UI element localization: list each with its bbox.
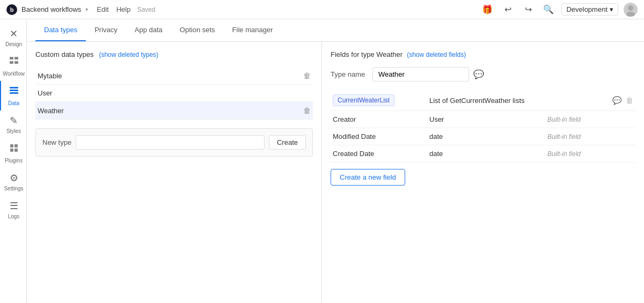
tab-data-types[interactable]: Data types xyxy=(35,19,86,41)
field-badge-modified-date: Built-in field xyxy=(547,133,581,141)
field-name-modified-date: Modified Date xyxy=(333,132,429,141)
settings-icon: ⚙ xyxy=(10,172,18,184)
field-type-creator: User xyxy=(429,115,547,123)
custom-types-title: Custom data types xyxy=(35,50,93,58)
fields-header: Fields for type Weather (show deleted fi… xyxy=(331,50,635,58)
field-badge-creator: Built-in field xyxy=(547,116,581,123)
tab-option-sets[interactable]: Option sets xyxy=(171,19,224,41)
field-type-current-weater-list: List of GetCurrentWeather lists xyxy=(429,97,547,105)
type-item-mytable[interactable]: Mytable 🗑 xyxy=(35,67,313,85)
svg-rect-10 xyxy=(14,144,18,147)
left-panel: Custom data types (show deleted types) M… xyxy=(27,42,322,303)
field-row-created-date: Created Date date Built-in field xyxy=(331,145,635,162)
svg-rect-12 xyxy=(14,149,18,152)
sidebar-label-design: Design xyxy=(5,41,22,47)
env-selector[interactable]: Development ▾ xyxy=(561,3,618,16)
sidebar-label-logs: Logs xyxy=(8,213,20,219)
field-actions-current-weater-list: 💬 🗑 xyxy=(612,96,633,105)
undo-button[interactable]: ↩ xyxy=(500,2,515,17)
svg-rect-11 xyxy=(10,149,13,152)
styles-icon: ✎ xyxy=(10,115,18,127)
tab-file-manager[interactable]: File manager xyxy=(224,19,282,41)
panels: Custom data types (show deleted types) M… xyxy=(27,42,644,303)
sidebar-item-data[interactable]: Data xyxy=(0,81,26,110)
logo-text: b xyxy=(10,6,14,13)
top-bar: b Backend workflows ▾ Edit Help Saved 🎁 … xyxy=(0,0,644,19)
type-name-label: Type name xyxy=(331,70,368,78)
main-layout: ✕ Design Workflow Data ✎ Styles Plugins xyxy=(0,19,644,303)
delete-mytable-button[interactable]: 🗑 xyxy=(303,71,311,80)
field-row-creator: Creator User Built-in field xyxy=(331,111,635,128)
sidebar-label-plugins: Plugins xyxy=(5,158,23,164)
sidebar-label-settings: Settings xyxy=(4,186,23,191)
data-icon xyxy=(9,85,19,99)
help-menu-item[interactable]: Help xyxy=(116,5,131,13)
type-name-field[interactable] xyxy=(372,67,469,82)
field-row-current-weater-list: CurrentWeaterList List of GetCurrentWeat… xyxy=(331,90,635,111)
type-name-user: User xyxy=(38,89,52,97)
type-item-weather[interactable]: Weather 🗑 xyxy=(35,102,313,120)
field-type-created-date: date xyxy=(429,150,547,158)
tabs-bar: Data types Privacy App data Option sets … xyxy=(27,19,644,42)
left-panel-header: Custom data types (show deleted types) xyxy=(35,50,313,58)
sidebar-item-design[interactable]: ✕ Design xyxy=(0,24,26,51)
sidebar-label-workflow: Workflow xyxy=(3,71,25,77)
sidebar-item-logs[interactable]: ☰ Logs xyxy=(0,196,26,224)
delete-weather-button[interactable]: 🗑 xyxy=(303,106,311,115)
field-row-modified-date: Modified Date date Built-in field xyxy=(331,128,635,145)
new-type-input[interactable] xyxy=(76,135,265,150)
type-comment-icon[interactable]: 💬 xyxy=(473,69,484,79)
gift-icon-button[interactable]: 🎁 xyxy=(480,2,495,17)
create-type-button[interactable]: Create xyxy=(269,135,306,150)
svg-point-1 xyxy=(626,12,635,17)
show-deleted-types-link[interactable]: (show deleted types) xyxy=(99,51,158,58)
svg-rect-5 xyxy=(14,61,18,64)
logs-icon: ☰ xyxy=(10,200,18,212)
svg-rect-4 xyxy=(10,61,13,64)
top-bar-right: 🎁 ↩ ↪ 🔍 Development ▾ xyxy=(480,2,638,17)
type-name-weather: Weather xyxy=(38,107,64,115)
field-badge-created-date: Built-in field xyxy=(547,150,581,158)
design-icon: ✕ xyxy=(10,28,18,40)
svg-rect-6 xyxy=(10,87,18,88)
type-item-user[interactable]: User xyxy=(35,85,313,102)
sidebar-item-workflow[interactable]: Workflow xyxy=(0,51,26,81)
sidebar-label-data: Data xyxy=(8,100,19,106)
svg-rect-7 xyxy=(10,90,18,91)
title-arrow-icon[interactable]: ▾ xyxy=(85,6,88,12)
comment-field-button-0[interactable]: 💬 xyxy=(612,96,621,105)
type-name-row: Type name 💬 xyxy=(331,67,635,82)
tab-privacy[interactable]: Privacy xyxy=(86,19,126,41)
svg-rect-9 xyxy=(10,144,13,147)
right-panel: Fields for type Weather (show deleted fi… xyxy=(322,42,644,303)
svg-rect-8 xyxy=(10,92,18,94)
create-field-button[interactable]: Create a new field xyxy=(331,169,405,186)
sidebar-item-plugins[interactable]: Plugins xyxy=(0,138,26,168)
sidebar: ✕ Design Workflow Data ✎ Styles Plugins xyxy=(0,19,27,303)
workflow-icon xyxy=(9,56,19,69)
top-menu: Edit Help xyxy=(97,5,130,13)
field-tag-current-weater-list[interactable]: CurrentWeaterList xyxy=(333,94,394,106)
sidebar-item-styles[interactable]: ✎ Styles xyxy=(0,110,26,138)
search-button[interactable]: 🔍 xyxy=(541,2,556,17)
content-area: Data types Privacy App data Option sets … xyxy=(27,19,644,303)
tab-app-data[interactable]: App data xyxy=(126,19,171,41)
avatar[interactable] xyxy=(624,3,638,17)
field-name-current-weater-list: CurrentWeaterList xyxy=(333,94,429,106)
new-type-label: New type xyxy=(42,138,71,146)
plugins-icon xyxy=(9,143,19,156)
field-name-created-date: Created Date xyxy=(333,150,429,158)
redo-button[interactable]: ↪ xyxy=(521,2,536,17)
sidebar-label-styles: Styles xyxy=(6,128,21,134)
new-type-row: New type Create xyxy=(35,128,313,157)
logo: b xyxy=(6,4,17,15)
saved-status: Saved xyxy=(137,6,155,13)
field-name-creator: Creator xyxy=(333,115,429,123)
svg-rect-3 xyxy=(14,57,18,60)
sidebar-item-settings[interactable]: ⚙ Settings xyxy=(0,168,26,196)
show-deleted-fields-link[interactable]: (show deleted fields) xyxy=(407,51,466,58)
fields-title: Fields for type Weather xyxy=(331,50,402,58)
svg-rect-2 xyxy=(10,57,13,60)
delete-field-button-0[interactable]: 🗑 xyxy=(626,96,633,105)
edit-menu-item[interactable]: Edit xyxy=(97,5,108,13)
